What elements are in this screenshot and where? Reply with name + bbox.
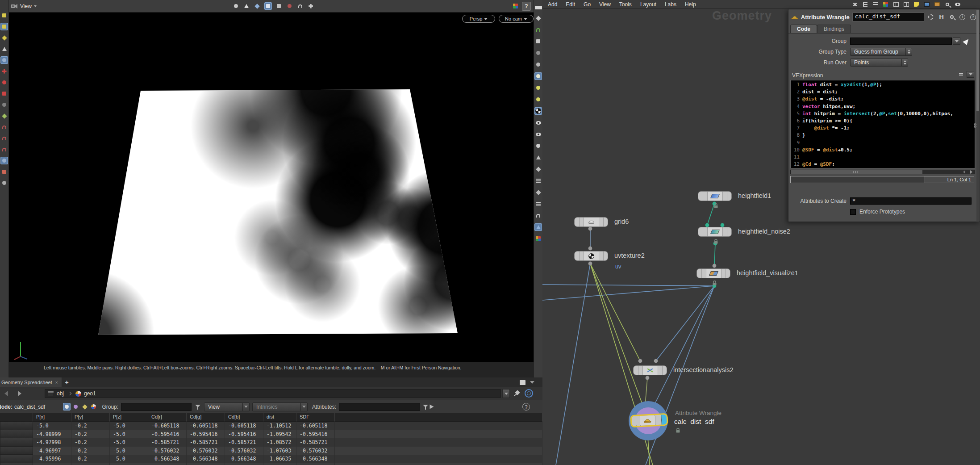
snippet-menu-icon[interactable] (958, 71, 964, 78)
node-heightfield_visualize1[interactable]: heightfield_visualize1 (696, 268, 730, 278)
search-icon[interactable] (943, 0, 951, 8)
menu-layout[interactable]: Layout (640, 1, 656, 8)
menu-tools[interactable]: Tools (619, 1, 632, 8)
grid-layout-icon[interactable] (892, 0, 900, 8)
display-options-icon[interactable] (534, 235, 542, 243)
help-icon[interactable]: ? (969, 13, 977, 21)
maximize-pane-icon[interactable] (520, 380, 525, 385)
intrinsics-select[interactable]: Intrinsics (252, 402, 308, 411)
node-body[interactable] (630, 413, 668, 427)
persp-view-selector[interactable]: Persp (462, 15, 495, 23)
render-view-icon[interactable] (0, 168, 8, 176)
column-header-Cd[b][interactable]: Cd[b] (225, 413, 263, 422)
show-templates-icon[interactable] (534, 130, 542, 138)
camera-selector[interactable]: No cam (499, 15, 534, 23)
houdini-help-icon[interactable]: H (938, 13, 946, 21)
viewport-layout-icon[interactable] (512, 2, 519, 10)
node-heightfield1[interactable]: heightfield1 (698, 191, 732, 201)
viewport-view-menu[interactable]: View (9, 3, 37, 9)
menu-add[interactable]: Add (548, 1, 557, 8)
translate-tool-icon[interactable] (0, 67, 8, 75)
row-header[interactable] (0, 430, 33, 439)
menu-labs[interactable]: Labs (665, 1, 676, 8)
show-profile-curves-icon[interactable] (534, 212, 542, 219)
sticky-note-icon[interactable] (913, 0, 920, 8)
snap-grid-icon[interactable] (0, 123, 8, 131)
flipbook-icon[interactable] (0, 179, 8, 187)
show-point-trails-icon[interactable] (534, 165, 542, 173)
vex-dropdown-button[interactable] (967, 71, 974, 78)
column-header-P[z][interactable]: P[z] (110, 413, 148, 422)
column-header-dist[interactable]: dist (263, 413, 296, 422)
select-lasso-icon[interactable] (0, 12, 8, 19)
show-points-icon[interactable] (534, 142, 542, 150)
tab-code[interactable]: Code (790, 25, 817, 33)
show-objects-icon[interactable] (534, 119, 542, 126)
group-type-select[interactable]: Guess from Group (850, 48, 912, 56)
node-body[interactable] (574, 251, 608, 261)
headlight-only-icon[interactable] (534, 49, 542, 57)
scroll-right-button[interactable] (967, 170, 975, 174)
color-palette-icon[interactable] (882, 0, 889, 8)
scrollbar-thumb[interactable] (791, 170, 922, 174)
column-header-P[y][interactable]: P[y] (71, 413, 110, 422)
list-view-icon[interactable] (872, 0, 879, 8)
attributes-to-create-input[interactable]: * (850, 197, 972, 205)
menu-view[interactable]: View (599, 1, 611, 8)
secure-selection-icon[interactable] (264, 2, 272, 10)
column-header-Cd[g][interactable]: Cd[g] (187, 413, 225, 422)
node-name-field[interactable]: calc_dist_sdf (852, 13, 924, 21)
visibility-eye-icon[interactable] (954, 0, 961, 8)
column-header-SDF[interactable]: SDF (296, 413, 335, 422)
node-body[interactable] (574, 217, 608, 227)
forward-icon[interactable] (18, 391, 21, 396)
path-field[interactable]: obj geo1 (45, 389, 501, 398)
handles-icon[interactable] (0, 112, 8, 120)
rotate-tool-icon[interactable] (0, 79, 8, 86)
add-lights-icon[interactable] (534, 84, 542, 92)
attributes-filter-input[interactable] (339, 403, 420, 411)
network-editor-pane[interactable]: Geometry grid6uvtexture2uvheightfield1he… (542, 0, 980, 465)
row-header[interactable] (0, 422, 33, 430)
row-header[interactable] (0, 455, 33, 463)
show-prim-numbers-icon[interactable] (534, 200, 542, 208)
row-header[interactable] (0, 438, 33, 447)
viewport-options-icon[interactable] (307, 2, 315, 10)
close-icon[interactable]: × (55, 380, 58, 385)
select-box-icon[interactable] (0, 23, 8, 30)
snap-point-icon[interactable] (0, 134, 8, 142)
viewport-help-button[interactable]: ? (522, 2, 531, 11)
node-body[interactable] (696, 268, 730, 278)
tab-geometry-spreadsheet[interactable]: Geometry Spreadsheet × (0, 377, 62, 387)
gear-menu-icon[interactable] (927, 13, 935, 21)
tools-icon[interactable] (851, 0, 859, 8)
node-body[interactable] (698, 227, 732, 237)
view-mode-select[interactable]: View (204, 402, 250, 411)
high-quality-lighting-icon[interactable] (534, 72, 542, 80)
construction-plane-icon[interactable] (296, 2, 304, 10)
select-tool-icon[interactable] (243, 2, 250, 10)
node-body[interactable] (698, 191, 732, 201)
gallery-box-icon[interactable] (933, 0, 941, 8)
follow-selection-icon[interactable] (525, 389, 533, 398)
select-paint-icon[interactable] (0, 34, 8, 42)
transform-tool-icon[interactable] (254, 2, 261, 10)
show-vertices-toggle[interactable] (72, 403, 79, 411)
row-header[interactable] (0, 463, 33, 465)
filter-icon[interactable] (195, 404, 200, 410)
hide-other-objects-icon[interactable] (534, 14, 542, 22)
cursor-icon[interactable] (0, 45, 8, 53)
row-header[interactable] (0, 447, 33, 455)
vex-code-editor[interactable]: 1float dist = xyzdist(1,@P);2dist = dist… (790, 80, 975, 168)
show-primitives-toggle[interactable] (81, 403, 88, 411)
shaded-mode-icon[interactable] (534, 223, 542, 231)
search-icon[interactable] (948, 13, 956, 21)
panel-scrollbar[interactable] (976, 10, 979, 221)
info-icon[interactable]: i (959, 13, 967, 21)
spreadsheet-help-icon[interactable]: ? (522, 403, 530, 411)
tree-view-icon[interactable] (861, 0, 869, 8)
viewport-canvas[interactable]: Persp No cam (9, 13, 534, 362)
material-sphere-icon[interactable] (534, 61, 542, 68)
column-header-P[x][interactable]: P[x] (33, 413, 71, 422)
pin-icon[interactable] (513, 390, 520, 397)
